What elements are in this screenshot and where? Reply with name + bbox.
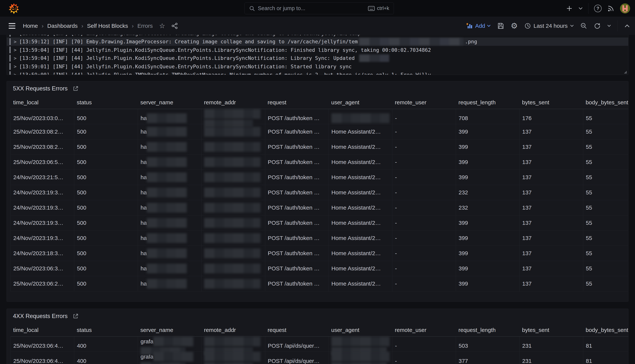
column-header-request_length[interactable]: request_length [456, 324, 520, 336]
redacted-text [147, 188, 187, 198]
cell-status: 500 [74, 216, 138, 230]
redacted-cell: ha [140, 113, 187, 123]
toolbar-actions: Add ⚙ Last 24 hours [466, 20, 630, 31]
search-placeholder: Search or jump to... [258, 5, 368, 12]
external-link-icon[interactable] [73, 313, 78, 319]
column-header-remote_user[interactable]: remote_user [392, 324, 456, 336]
chevron-up-icon [624, 24, 630, 28]
log-message: [13:59:12] [INF] [70] Emby.Drawing.Image… [19, 35, 361, 36]
cell-request: POST /auth/token … [265, 200, 328, 215]
breadcrumb-item-dashboards[interactable]: Dashboards [47, 23, 78, 29]
cell-request_length: 377 [456, 352, 520, 364]
log-row[interactable]: >[13:59:04] [INF] [44] Jellyfin.Plugin.K… [7, 54, 628, 62]
expand-chevron-icon[interactable]: > [14, 39, 16, 44]
cell-bytes_sent: 137 [520, 216, 583, 230]
refresh-button[interactable] [594, 22, 601, 29]
column-header-time_local[interactable]: time_local [10, 96, 74, 109]
expand-chevron-icon[interactable]: > [14, 64, 16, 69]
column-header-request_length[interactable]: request_length [456, 96, 520, 109]
news-button[interactable] [607, 5, 614, 12]
time-range-picker[interactable]: Last 24 hours [524, 23, 574, 29]
cell-server_name: ha [138, 200, 201, 215]
redacted-text [147, 157, 187, 167]
panel-resize-handle[interactable] [624, 71, 627, 74]
column-header-user_agent[interactable]: user_agent [328, 324, 392, 336]
log-level-bar [10, 55, 11, 62]
breadcrumb-item-errors[interactable]: Errors [137, 23, 153, 29]
refresh-interval-chevron[interactable] [608, 25, 611, 27]
table-row: 25/Nov/2023:06:4…400grafaPOST /api/ds/qu… [10, 352, 628, 364]
keyboard-icon [368, 6, 375, 11]
mega-menu-toggle[interactable] [9, 23, 16, 29]
redacted-text [147, 203, 187, 212]
cell-request: POST /auth/token … [265, 185, 328, 200]
cell-remote_user: - [392, 246, 456, 261]
new-menu-chevron[interactable] [578, 7, 583, 10]
column-header-body_bytes_sent[interactable]: body_bytes_sent [583, 96, 628, 109]
add-button[interactable]: Add [466, 23, 490, 29]
log-row[interactable]: >[13:59:04] [INF] [44] Jellyfin.Plugin.K… [7, 46, 628, 54]
add-panel-icon [466, 23, 473, 29]
expand-chevron-icon[interactable]: > [14, 47, 16, 53]
dashboard-settings-button[interactable]: ⚙ [511, 22, 518, 30]
cell-status: 500 [74, 170, 138, 185]
breadcrumb-item-home[interactable]: Home [23, 23, 38, 29]
share-button[interactable] [172, 23, 178, 29]
redacted-cell [204, 279, 260, 288]
column-header-server_name[interactable]: server_name [138, 96, 201, 109]
breadcrumb-separator-icon: › [42, 23, 44, 29]
cell-user_agent: Home Assistant/2… [328, 216, 392, 230]
user-avatar[interactable] [620, 4, 630, 14]
cell-time_local: 24/Nov/2023:21:5… [10, 170, 74, 185]
redacted-cell: ha [140, 188, 187, 198]
external-link-icon[interactable] [73, 86, 78, 92]
logs-panel: > [13:59:12] [INF] [70] Emby.Drawing.Ima… [6, 35, 628, 75]
redacted-text [332, 362, 387, 364]
collapse-controls-button[interactable] [624, 24, 630, 28]
column-header-time_local[interactable]: time_local [10, 324, 74, 336]
column-header-remote_addr[interactable]: remote_addr [201, 96, 265, 109]
zoom-out-button[interactable] [580, 22, 587, 29]
column-header-server_name[interactable]: server_name [138, 324, 201, 336]
column-header-remote_user[interactable]: remote_user [392, 96, 456, 109]
column-header-status[interactable]: status [74, 324, 138, 336]
redacted-text [204, 233, 260, 243]
breadcrumb-separator-icon: › [82, 23, 83, 29]
log-row[interactable]: >[13:59:01] [INF] [44] Jellyfin.Plugin.K… [7, 62, 628, 70]
redacted-text [204, 109, 260, 119]
cell-body_bytes_sent: 55 [583, 185, 628, 200]
cell-status: 500 [74, 124, 138, 139]
expand-chevron-icon[interactable]: > [14, 56, 16, 61]
search-input[interactable]: Search or jump to... ctrl+k [244, 2, 394, 14]
cell-request_length: 399 [456, 124, 520, 139]
log-row[interactable]: >[13:59:00] [INF] [44] Jellyfin.Plugin.T… [7, 70, 628, 75]
panel-5xx-requests-errors: 5XX Requests Errors time_localstatusserv… [6, 81, 628, 302]
errors-table: time_localstatusserver_nameremote_addrre… [10, 324, 628, 364]
column-header-user_agent[interactable]: user_agent [328, 96, 392, 109]
column-header-request[interactable]: request [265, 96, 328, 109]
log-row[interactable]: >[13:59:12] [INF] [70] Emby.Drawing.Imag… [7, 38, 628, 46]
breadcrumb-item-self-host-blocks[interactable]: Self Host Blocks [87, 23, 128, 29]
help-button[interactable]: ? [594, 5, 602, 12]
cell-request: POST /auth/token … [265, 246, 328, 261]
table-row: 25/Nov/2023:03:0…500haPOST /auth/token …… [10, 109, 628, 124]
clock-icon [524, 23, 531, 29]
cell-bytes_sent: 137 [520, 246, 583, 261]
column-header-remote_addr[interactable]: remote_addr [201, 324, 265, 336]
cell-body_bytes_sent: 55 [583, 140, 628, 154]
column-header-bytes_sent[interactable]: bytes_sent [520, 96, 583, 109]
column-header-bytes_sent[interactable]: bytes_sent [520, 324, 583, 336]
save-icon [497, 22, 504, 29]
expand-chevron-icon[interactable]: > [14, 72, 16, 75]
column-header-status[interactable]: status [74, 96, 138, 109]
column-header-body_bytes_sent[interactable]: body_bytes_sent [583, 324, 628, 336]
save-dashboard-button[interactable] [497, 22, 504, 29]
new-button[interactable] [566, 5, 573, 12]
grafana-logo[interactable] [8, 3, 19, 14]
cell-user_agent: Home Assistant/2… [328, 276, 392, 291]
column-header-request[interactable]: request [265, 324, 328, 336]
favorite-button[interactable]: ☆ [159, 22, 165, 30]
panel-title: 5XX Requests Errors [13, 85, 68, 92]
redacted-cell [204, 127, 260, 136]
log-lines: >[13:59:12] [INF] [70] Emby.Drawing.Imag… [7, 38, 628, 75]
